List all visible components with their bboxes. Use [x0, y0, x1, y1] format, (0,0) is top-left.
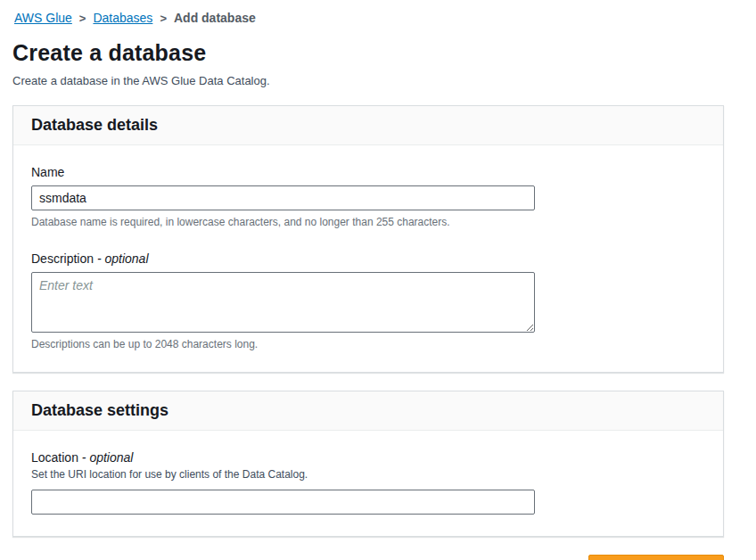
description-optional-label: - optional — [97, 251, 149, 266]
chevron-right-icon: > — [79, 12, 86, 25]
database-details-card: Database details Name Database name is r… — [12, 105, 724, 373]
breadcrumb-link-databases[interactable]: Databases — [93, 11, 152, 25]
form-actions: Cancel Create database — [12, 555, 724, 560]
location-label: Location - optional — [31, 450, 705, 465]
name-label: Name — [31, 165, 705, 179]
location-label-text: Location — [31, 450, 82, 465]
location-optional-label: - optional — [82, 450, 134, 465]
breadcrumb: AWS Glue > Databases > Add database — [12, 9, 726, 25]
page-title: Create a database — [12, 40, 726, 66]
description-label: Description - optional — [31, 251, 705, 266]
breadcrumb-link-aws-glue[interactable]: AWS Glue — [14, 11, 72, 25]
name-input[interactable] — [31, 185, 535, 210]
cancel-button[interactable]: Cancel — [517, 556, 565, 560]
database-settings-body: Location - optional Set the URI location… — [13, 431, 723, 536]
database-settings-card: Database settings Location - optional Se… — [12, 391, 724, 537]
location-helper: Set the URI location for use by clients … — [31, 468, 705, 481]
database-details-body: Name Database name is required, in lower… — [13, 145, 723, 372]
database-settings-header: Database settings — [13, 391, 723, 431]
location-input[interactable] — [31, 490, 535, 515]
chevron-right-icon: > — [160, 12, 167, 25]
database-settings-title: Database settings — [31, 401, 705, 420]
database-details-title: Database details — [31, 116, 705, 135]
description-helper: Descriptions can be up to 2048 character… — [31, 338, 705, 350]
create-database-page: AWS Glue > Databases > Add database Crea… — [0, 0, 756, 560]
database-details-header: Database details — [13, 106, 723, 145]
breadcrumb-current: Add database — [174, 11, 256, 25]
description-textarea[interactable] — [31, 272, 535, 333]
name-helper: Database name is required, in lowercase … — [31, 216, 705, 228]
description-label-text: Description — [31, 251, 97, 266]
page-subtitle: Create a database in the AWS Glue Data C… — [12, 74, 726, 87]
create-database-button[interactable]: Create database — [588, 555, 724, 560]
